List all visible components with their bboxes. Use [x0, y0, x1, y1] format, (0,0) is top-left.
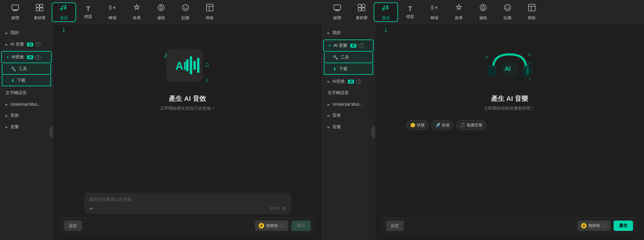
stickers-icon-right: [503, 3, 512, 14]
sidebar-sfx-left[interactable]: ▶ 音效: [1, 110, 52, 121]
sidebar-music-right[interactable]: ▶ 音樂: [323, 122, 374, 132]
download-icon-left: ⬇: [11, 78, 15, 83]
toolbar-media-left[interactable]: 媒體: [3, 2, 27, 22]
random-icon-left[interactable]: ⇌: [89, 205, 93, 211]
svg-text:♪: ♪: [205, 77, 208, 83]
svg-line-60: [529, 62, 532, 64]
svg-point-44: [506, 7, 507, 8]
trash-icon-left[interactable]: 🗑: [282, 206, 286, 211]
toolbar-effects-left[interactable]: 效果: [125, 2, 149, 22]
toolbar-assets-left[interactable]: 素材庫: [27, 2, 52, 22]
sfx-title: 產生 AI 音效: [169, 94, 206, 103]
toolbar-media-right[interactable]: 媒體: [325, 2, 349, 22]
sidebar-sfx-right[interactable]: ▶ 音效: [323, 110, 374, 121]
title-label-right: 標題: [406, 14, 414, 19]
svg-point-16: [186, 7, 187, 8]
sidebar-music-left[interactable]: ▶ 音樂: [1, 122, 52, 132]
info-sfx-left[interactable]: ?: [36, 55, 40, 60]
sidebar-universal-label-left: Universal Mus...: [10, 102, 41, 107]
tag-ambient[interactable]: 🎵 氛圍音樂: [456, 120, 486, 130]
sidebar-universal-right[interactable]: ▶ Universal Mus...: [323, 99, 374, 109]
sfx-input-placeholder[interactable]: 描述您想要建立的音效。: [89, 197, 286, 203]
music-generate-btn[interactable]: 產生: [614, 221, 633, 231]
info-unlimited-left[interactable]: ?: [280, 223, 285, 228]
sfx-settings-btn[interactable]: 設定: [64, 221, 82, 231]
toolbar-filter-left[interactable]: 濾鏡: [149, 2, 173, 22]
sidebar-my-label-left: 我的: [10, 30, 19, 36]
svg-point-45: [508, 7, 509, 8]
sidebar-tools-left[interactable]: 🔧 工具: [2, 64, 51, 75]
collapse-btn-left[interactable]: ‹: [49, 126, 53, 138]
info-unlimited-right[interactable]: ?: [602, 223, 607, 228]
sidebar-tts-right[interactable]: 文字轉語音: [323, 87, 374, 98]
tag-travel-icon: ✈️: [435, 123, 440, 128]
toolbar-templates-left[interactable]: 模板: [198, 2, 222, 22]
info-sfx-right[interactable]: ?: [356, 79, 361, 84]
sidebar-universal-left[interactable]: ▶ Universal Mus...: [1, 99, 52, 109]
svg-rect-3: [36, 4, 39, 7]
sidebar-ai-sfx-left[interactable]: ▼ AI音效 AI ?: [1, 51, 52, 63]
sfx-generate-btn[interactable]: 產生: [291, 221, 311, 231]
audio-icon-right: [382, 3, 390, 14]
right-main-area: ▶ 我的 ▼ AI 音樂 AI ? 🔧 工具 ⬇ 下載 ▶ AI音效: [322, 24, 644, 240]
toolbar-title-right[interactable]: T 標題: [398, 2, 422, 22]
audio-label-left: 音訊: [60, 15, 68, 21]
music-unlimited-btn[interactable]: ⊕ 無限制 ?: [577, 221, 611, 231]
tag-travel[interactable]: ✈️ 旅遊: [431, 120, 454, 130]
svg-rect-33: [362, 4, 365, 7]
sidebar-ai-sfx-right[interactable]: ▶ AI音效 AI ?: [323, 76, 374, 87]
info-music-right[interactable]: ?: [359, 43, 364, 48]
arrow-universal-left: ▶: [5, 103, 8, 106]
sidebar-download-right[interactable]: ⬇ 下載: [324, 64, 373, 75]
toolbar-transition-left[interactable]: 轉場: [100, 2, 125, 22]
svg-text:AI: AI: [175, 60, 186, 72]
toolbar-transition-right[interactable]: 轉場: [422, 2, 447, 22]
sidebar-ai-music-left[interactable]: ▶ AI 音樂 AI ?: [1, 39, 52, 50]
stickers-label: 貼圖: [182, 15, 189, 21]
stickers-label-right: 貼圖: [504, 15, 511, 21]
sidebar-my-left[interactable]: ▶ 我的: [1, 27, 52, 38]
left-content-area: AI ♪ ♫ ♪ 產生 AI 音效 立即開始產生您自己的音效！ 描述您想要建立的…: [53, 24, 322, 240]
toolbar-audio-left[interactable]: 音訊 ↓: [52, 2, 76, 22]
toolbar-assets-right[interactable]: 素材庫: [349, 2, 374, 22]
sidebar-ai-sfx-label-right: AI音效: [332, 79, 345, 84]
ai-badge-music-left: AI: [27, 43, 33, 46]
svg-rect-17: [206, 4, 213, 11]
music-title: 產生 AI 音樂: [491, 94, 528, 103]
sfx-right-controls: ⊕ 無限制 ? 產生: [255, 221, 311, 231]
sidebar-music-label-left: 音樂: [10, 124, 19, 130]
transition-icon: [108, 3, 117, 14]
assets-icon-right: [357, 3, 366, 14]
toolbar-effects-right[interactable]: 效果: [447, 2, 471, 22]
toolbar-title-left[interactable]: T 標題: [76, 2, 100, 22]
arrow-universal-right: ▶: [327, 103, 330, 106]
char-count-value-left: 0/100: [270, 206, 280, 211]
sidebar-tts-left[interactable]: 文字轉語音: [1, 87, 52, 98]
stickers-icon: [181, 3, 190, 14]
collapse-btn-right[interactable]: ‹: [371, 126, 375, 138]
svg-point-7: [61, 8, 62, 10]
toolbar-filter-right[interactable]: 濾鏡: [471, 2, 495, 22]
ai-badge-sfx-left: AI: [27, 55, 33, 59]
svg-rect-4: [40, 4, 43, 7]
sidebar-ai-music-right[interactable]: ▼ AI 音樂 AI ?: [323, 39, 374, 52]
tag-happy[interactable]: 😊 快樂: [406, 120, 429, 130]
sidebar-download-left[interactable]: ⬇ 下載: [2, 75, 51, 86]
sidebar-tools-label-left: 工具: [19, 66, 27, 72]
svg-rect-53: [526, 67, 529, 75]
svg-rect-22: [186, 59, 189, 71]
toolbar-stickers-right[interactable]: 貼圖: [495, 2, 520, 22]
toolbar-templates-right[interactable]: 模板: [520, 2, 544, 22]
toolbar-stickers-left[interactable]: 貼圖: [173, 2, 198, 22]
tag-travel-label: 旅遊: [442, 122, 450, 128]
toolbar-audio-right[interactable]: 音訊 ↓: [374, 2, 398, 22]
sidebar-tools-right[interactable]: 🔧 工具: [324, 52, 373, 63]
music-settings-btn[interactable]: 設定: [386, 221, 404, 231]
templates-label-right: 模板: [528, 15, 536, 21]
info-music-left[interactable]: ?: [36, 42, 40, 47]
sfx-unlimited-btn[interactable]: ⊕ 無限制 ?: [255, 221, 288, 231]
media-icon-right: [333, 3, 341, 14]
sidebar-universal-label-right: Universal Mus...: [332, 102, 363, 107]
svg-point-15: [184, 7, 185, 8]
sidebar-my-right[interactable]: ▶ 我的: [323, 27, 374, 38]
